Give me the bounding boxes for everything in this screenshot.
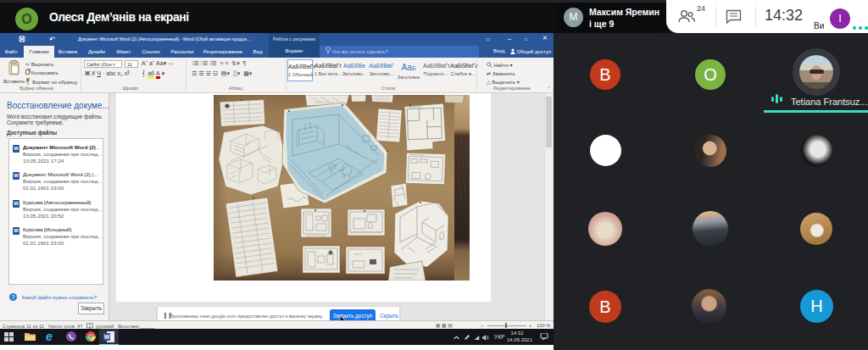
svg-text:W: W	[104, 334, 110, 340]
